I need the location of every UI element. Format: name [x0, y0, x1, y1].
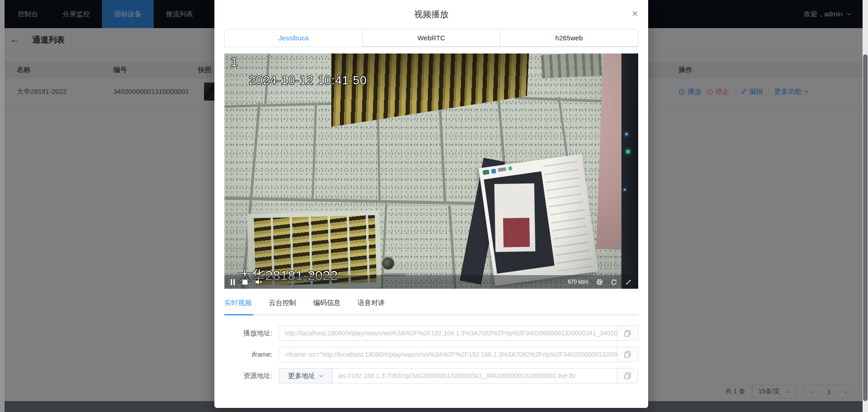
tab-h265web[interactable]: h265web	[500, 29, 638, 47]
tab-ptz-control[interactable]: 云台控制	[269, 296, 296, 310]
window-left-edge	[0, 0, 5, 412]
iframe-row: iframe: <iframe src="http://localhost:18…	[224, 347, 638, 362]
tab-jessibuca[interactable]: Jessibuca	[225, 29, 363, 47]
close-icon[interactable]: ×	[632, 8, 638, 19]
tab-voice-intercom[interactable]: 语音对讲	[358, 296, 385, 310]
stop-button[interactable]	[242, 280, 247, 285]
stream-sub-tabs: 实时视频 云台控制 编码信息 语音对讲	[224, 296, 638, 315]
pause-button[interactable]	[231, 279, 235, 285]
video-player[interactable]: 1 2024-10-12 10:41:50 大华28181-2022 670 k…	[224, 53, 638, 289]
scrollbar-thumb[interactable]	[863, 54, 868, 401]
bitrate-label: 670 kb/s	[568, 279, 588, 285]
page: 控制台 分屏监控 国标设备 推流列表 拉流代理 欢迎，admin ← 通道列表 …	[0, 0, 868, 412]
resource-url-label: 资源地址:	[224, 368, 279, 383]
copy-resource-url-button[interactable]	[617, 368, 638, 383]
more-addresses-dropdown[interactable]: 更多地址	[279, 368, 333, 383]
copy-icon	[624, 330, 631, 337]
tab-track	[224, 314, 638, 315]
iframe-input[interactable]: <iframe src="http://localhost:18080/#/pl…	[279, 347, 617, 362]
resource-url-input[interactable]: ws://192.168.1.3:7082/rtp/34020000001320…	[333, 368, 617, 383]
chevron-down-icon	[319, 373, 324, 378]
dialog-header: 视频播放 ×	[214, 0, 648, 29]
tab-encoding-info[interactable]: 编码信息	[313, 296, 340, 310]
video-play-dialog: 视频播放 × Jessibuca WebRTC h265web	[214, 0, 648, 408]
gear-icon	[596, 279, 603, 286]
refresh-icon	[611, 279, 617, 286]
speaker-mute-icon	[255, 279, 262, 285]
copy-icon	[624, 372, 631, 379]
osd-channel-number: 1	[231, 55, 238, 69]
video-control-bar: 670 kb/s	[224, 275, 638, 289]
iframe-label: iframe:	[224, 347, 279, 362]
play-url-input[interactable]: http://localhost:18080/#/play/wasm/ws%3A…	[279, 326, 617, 340]
mute-button[interactable]	[255, 279, 262, 285]
reload-button[interactable]	[611, 279, 617, 286]
fullscreen-icon	[625, 279, 632, 286]
copy-icon	[624, 351, 631, 358]
address-fields: 播放地址: http://localhost:18080/#/play/wasm…	[224, 325, 638, 383]
copy-play-url-button[interactable]	[617, 326, 638, 340]
dialog-body: Jessibuca WebRTC h265web	[214, 29, 648, 383]
copy-iframe-button[interactable]	[617, 347, 638, 362]
fisheye-vignette	[224, 53, 638, 289]
fullscreen-button[interactable]	[625, 279, 632, 286]
dialog-title: 视频播放	[214, 0, 648, 29]
tab-live-video[interactable]: 实时视频	[224, 296, 252, 310]
settings-button[interactable]	[596, 279, 603, 286]
resource-url-row: 资源地址: 更多地址 ws://192.168.1.3:7082/rtp/340…	[224, 368, 638, 383]
play-url-row: 播放地址: http://localhost:18080/#/play/wasm…	[224, 325, 638, 341]
play-url-label: 播放地址:	[224, 325, 279, 341]
tab-webrtc[interactable]: WebRTC	[363, 29, 500, 47]
player-engine-tabs: Jessibuca WebRTC h265web	[224, 29, 638, 47]
page-scrollbar[interactable]	[863, 0, 868, 412]
active-tab-indicator	[224, 314, 253, 315]
osd-timestamp: 2024-10-12 10:41:50	[249, 73, 367, 87]
more-addresses-label: 更多地址	[288, 372, 315, 380]
